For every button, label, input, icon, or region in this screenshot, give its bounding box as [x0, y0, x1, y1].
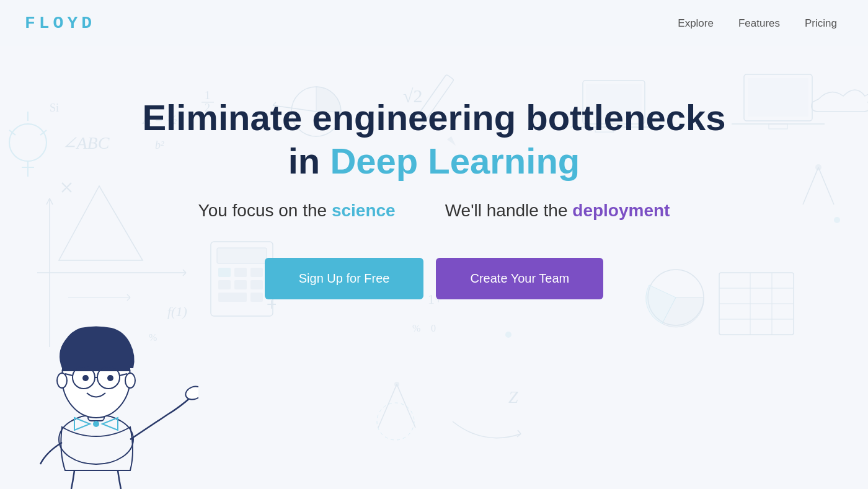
hero-subtitle-left-prefix: You focus on the [198, 201, 332, 220]
navbar: FLOYD Explore Features Pricing [0, 0, 868, 46]
hero-subtitle-right-prefix: We'll handle the [445, 201, 573, 220]
hero-title: Eliminate engineering bottlenecks in Dee… [142, 96, 725, 182]
svg-point-84 [57, 373, 67, 388]
hero-title-highlight: Deep Learning [330, 141, 580, 181]
svg-text:Z: Z [508, 387, 518, 407]
nav-pricing[interactable]: Pricing [805, 17, 837, 30]
hero-subtitle-science: science [332, 201, 396, 220]
logo: FLOYD [25, 14, 95, 33]
svg-point-72 [505, 332, 512, 338]
svg-point-63 [377, 403, 414, 440]
nav-explore[interactable]: Explore [678, 17, 714, 30]
hero-title-line1: Eliminate engineering bottlenecks [142, 97, 725, 138]
hero-subtitle-right: We'll handle the deployment [445, 201, 670, 221]
hero-buttons: Sign Up for Free Create Your Team [265, 258, 603, 299]
svg-line-62 [397, 384, 415, 428]
svg-line-61 [378, 384, 397, 428]
hero-subtitle-deployment: deployment [572, 201, 670, 220]
create-team-button[interactable]: Create Your Team [436, 258, 603, 299]
svg-point-83 [107, 375, 113, 381]
svg-text:%: % [412, 323, 420, 333]
nav-links: Explore Features Pricing [678, 17, 837, 30]
svg-marker-86 [74, 418, 90, 430]
nav-features[interactable]: Features [738, 17, 780, 30]
hero-subtitle: You focus on the science We'll handle th… [198, 201, 670, 221]
svg-text:0: 0 [431, 323, 436, 333]
svg-point-85 [125, 373, 135, 388]
svg-line-65 [518, 430, 521, 434]
hero-subtitle-left: You focus on the science [198, 201, 396, 221]
character-illustration [0, 229, 198, 489]
svg-point-89 [184, 384, 198, 402]
signup-button[interactable]: Sign Up for Free [265, 258, 424, 299]
svg-point-88 [93, 421, 99, 427]
svg-point-82 [82, 375, 89, 381]
hero-title-line2-prefix: in [288, 141, 330, 181]
svg-marker-87 [102, 418, 118, 430]
